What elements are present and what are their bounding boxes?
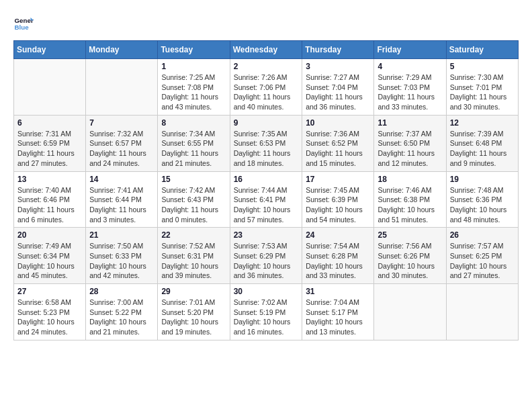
day-info-line: Sunrise: 7:46 AM	[378, 185, 442, 195]
day-number: 20	[17, 230, 82, 240]
day-info-line: Sunrise: 7:52 AM	[161, 241, 226, 251]
calendar-header-row: SundayMondayTuesdayWednesdayThursdayFrid…	[14, 41, 519, 59]
calendar-cell: 11Sunrise: 7:37 AMSunset: 6:50 PMDayligh…	[374, 115, 446, 171]
day-info-line: Daylight: 10 hours and 36 minutes.	[234, 261, 299, 281]
day-info-line: Daylight: 11 hours and 33 minutes.	[378, 92, 442, 111]
calendar-cell: 9Sunrise: 7:35 AMSunset: 6:53 PMDaylight…	[230, 115, 302, 171]
day-info-line: Daylight: 11 hours and 21 minutes.	[161, 148, 226, 168]
day-number: 3	[306, 62, 370, 71]
day-info-line: Daylight: 10 hours and 51 minutes.	[378, 205, 442, 224]
day-number: 15	[161, 175, 226, 184]
day-info-line: Sunrise: 7:30 AM	[450, 73, 515, 83]
calendar-cell	[374, 284, 446, 340]
day-info-line: Sunrise: 7:54 AM	[306, 241, 370, 251]
calendar-cell: 23Sunrise: 7:53 AMSunset: 6:29 PMDayligh…	[230, 228, 302, 284]
day-info-line: Daylight: 10 hours and 39 minutes.	[161, 261, 226, 281]
weekday-header: Sunday	[14, 41, 86, 59]
day-info-line: Sunrise: 7:31 AM	[17, 129, 82, 139]
calendar-cell: 5Sunrise: 7:30 AMSunset: 7:01 PMDaylight…	[446, 59, 518, 116]
day-info-line: Sunset: 7:01 PM	[450, 83, 515, 93]
day-info-line: Sunrise: 7:35 AM	[234, 129, 299, 139]
day-info-line: Daylight: 10 hours and 33 minutes.	[306, 261, 370, 281]
day-info-line: Daylight: 11 hours and 9 minutes.	[450, 148, 515, 168]
day-info-line: Daylight: 11 hours and 40 minutes.	[234, 92, 299, 111]
page-header: General Blue	[13, 13, 519, 34]
calendar-week-row: 6Sunrise: 7:31 AMSunset: 6:59 PMDaylight…	[14, 115, 519, 171]
day-number: 23	[234, 230, 299, 240]
day-info-line: Sunset: 7:03 PM	[378, 83, 442, 93]
weekday-header: Monday	[86, 41, 158, 59]
day-info-line: Sunrise: 7:56 AM	[378, 241, 442, 251]
day-number: 30	[234, 287, 299, 296]
day-number: 6	[17, 118, 82, 128]
day-info-line: Sunrise: 7:45 AM	[306, 185, 370, 195]
svg-text:Blue: Blue	[15, 24, 30, 31]
day-info-line: Sunset: 6:57 PM	[89, 138, 154, 148]
day-number: 8	[161, 118, 226, 128]
calendar-cell: 29Sunrise: 7:01 AMSunset: 5:20 PMDayligh…	[158, 284, 230, 340]
day-number: 26	[450, 230, 515, 240]
day-number: 31	[306, 287, 370, 296]
calendar-cell: 30Sunrise: 7:02 AMSunset: 5:19 PMDayligh…	[230, 284, 302, 340]
day-number: 13	[17, 175, 82, 184]
day-info-line: Daylight: 10 hours and 19 minutes.	[161, 317, 226, 336]
day-info-line: Sunrise: 7:50 AM	[89, 241, 154, 251]
logo-icon: General Blue	[13, 13, 34, 34]
day-number: 16	[234, 175, 299, 184]
calendar-cell: 14Sunrise: 7:41 AMSunset: 6:44 PMDayligh…	[86, 171, 158, 228]
day-info-line: Sunrise: 7:04 AM	[306, 298, 370, 308]
day-number: 17	[306, 175, 370, 184]
day-number: 18	[378, 175, 442, 184]
day-info-line: Daylight: 10 hours and 13 minutes.	[306, 317, 370, 336]
calendar-cell: 18Sunrise: 7:46 AMSunset: 6:38 PMDayligh…	[374, 171, 446, 228]
calendar-cell: 27Sunrise: 6:58 AMSunset: 5:23 PMDayligh…	[14, 284, 86, 340]
calendar-cell: 16Sunrise: 7:44 AMSunset: 6:41 PMDayligh…	[230, 171, 302, 228]
weekday-header: Thursday	[302, 41, 374, 59]
calendar-cell: 10Sunrise: 7:36 AMSunset: 6:52 PMDayligh…	[302, 115, 374, 171]
day-info-line: Daylight: 11 hours and 24 minutes.	[89, 148, 154, 168]
day-info-line: Sunset: 6:33 PM	[89, 251, 154, 261]
day-info-line: Sunrise: 7:00 AM	[89, 298, 154, 308]
calendar-week-row: 1Sunrise: 7:25 AMSunset: 7:08 PMDaylight…	[14, 59, 519, 116]
day-info-line: Sunset: 6:39 PM	[306, 195, 370, 205]
day-info-line: Sunrise: 7:48 AM	[450, 185, 515, 195]
day-info-line: Sunrise: 7:02 AM	[234, 298, 299, 308]
calendar-cell: 3Sunrise: 7:27 AMSunset: 7:04 PMDaylight…	[302, 59, 374, 116]
day-info-line: Sunset: 6:38 PM	[378, 195, 442, 205]
calendar-week-row: 27Sunrise: 6:58 AMSunset: 5:23 PMDayligh…	[14, 284, 519, 340]
day-info-line: Sunset: 6:41 PM	[234, 195, 299, 205]
day-info-line: Daylight: 11 hours and 43 minutes.	[161, 92, 226, 111]
day-info-line: Sunrise: 6:58 AM	[17, 298, 82, 308]
day-info-line: Daylight: 11 hours and 12 minutes.	[378, 148, 442, 168]
day-info-line: Sunset: 7:08 PM	[161, 83, 226, 93]
day-number: 1	[161, 62, 226, 71]
day-info-line: Daylight: 10 hours and 57 minutes.	[234, 205, 299, 224]
calendar-cell: 31Sunrise: 7:04 AMSunset: 5:17 PMDayligh…	[302, 284, 374, 340]
day-number: 5	[450, 62, 515, 71]
day-info-line: Sunset: 6:31 PM	[161, 251, 226, 261]
day-number: 9	[234, 118, 299, 128]
day-info-line: Sunset: 5:17 PM	[306, 308, 370, 318]
day-info-line: Sunrise: 7:42 AM	[161, 185, 226, 195]
day-info-line: Sunset: 5:22 PM	[89, 308, 154, 318]
day-info-line: Daylight: 11 hours and 6 minutes.	[17, 205, 82, 224]
calendar-cell: 28Sunrise: 7:00 AMSunset: 5:22 PMDayligh…	[86, 284, 158, 340]
day-info-line: Sunset: 6:43 PM	[161, 195, 226, 205]
logo: General Blue	[13, 13, 34, 34]
day-info-line: Daylight: 10 hours and 30 minutes.	[378, 261, 442, 281]
day-number: 28	[89, 287, 154, 296]
calendar-cell: 19Sunrise: 7:48 AMSunset: 6:36 PMDayligh…	[446, 171, 518, 228]
day-info-line: Sunrise: 7:41 AM	[89, 185, 154, 195]
day-info-line: Daylight: 10 hours and 45 minutes.	[17, 261, 82, 281]
day-number: 14	[89, 175, 154, 184]
calendar-week-row: 20Sunrise: 7:49 AMSunset: 6:34 PMDayligh…	[14, 228, 519, 284]
day-number: 21	[89, 230, 154, 240]
day-info-line: Daylight: 10 hours and 48 minutes.	[450, 205, 515, 224]
calendar-cell: 1Sunrise: 7:25 AMSunset: 7:08 PMDaylight…	[158, 59, 230, 116]
day-info-line: Daylight: 11 hours and 30 minutes.	[450, 92, 515, 111]
day-info-line: Sunset: 6:29 PM	[234, 251, 299, 261]
calendar-cell: 22Sunrise: 7:52 AMSunset: 6:31 PMDayligh…	[158, 228, 230, 284]
day-info-line: Sunset: 6:46 PM	[17, 195, 82, 205]
day-info-line: Daylight: 10 hours and 27 minutes.	[450, 261, 515, 281]
day-info-line: Daylight: 10 hours and 16 minutes.	[234, 317, 299, 336]
